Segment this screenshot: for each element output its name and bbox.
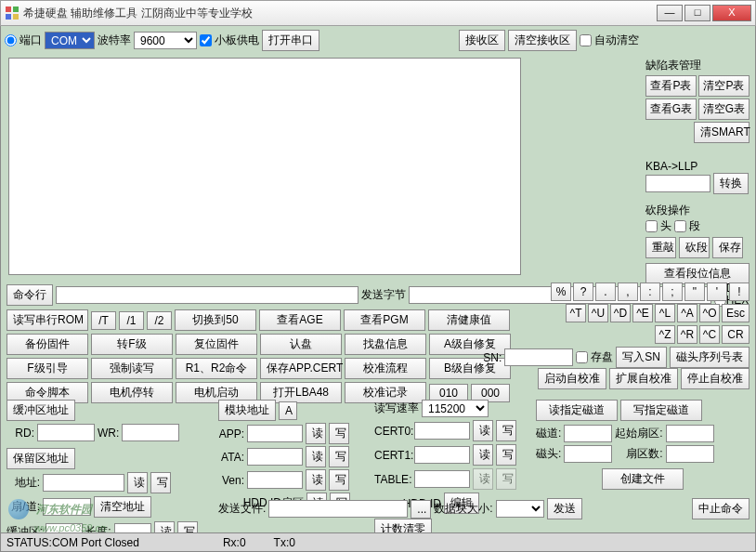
mod-title-button[interactable]: 模块地址	[218, 400, 276, 421]
rx-area-button[interactable]: 接收区	[459, 30, 505, 51]
wr-input[interactable]	[122, 424, 179, 441]
kba-input[interactable]	[645, 175, 710, 192]
ext-cal-button[interactable]: 扩展自校准	[609, 368, 678, 389]
start-cal-button[interactable]: 启动自校准	[538, 368, 606, 389]
rd-input[interactable]	[37, 424, 95, 441]
rw-rom-button[interactable]: 读写串行ROM	[7, 309, 88, 331]
ven-read[interactable]: 读	[306, 469, 326, 491]
ata-write[interactable]: 写	[329, 446, 349, 467]
addr-read[interactable]: 读	[127, 472, 148, 493]
terminal-output[interactable]	[8, 58, 521, 275]
save-cert-button[interactable]: 保存APP.CERT	[260, 358, 342, 379]
cmd-input[interactable]	[56, 286, 358, 304]
create-file-button[interactable]: 创建文件	[602, 468, 684, 490]
sym-cl[interactable]: ^L	[655, 304, 675, 322]
clear-health-button[interactable]: 清健康值	[428, 309, 510, 331]
slash2-button[interactable]: /2	[147, 311, 172, 330]
ven-write[interactable]: 写	[329, 469, 349, 491]
cert0-write[interactable]: 写	[496, 420, 516, 441]
r1r2-button[interactable]: R1、R2命令	[176, 358, 257, 379]
table-input[interactable]	[414, 470, 470, 488]
sym-dquote[interactable]: "	[684, 283, 705, 301]
t-button[interactable]: /T	[91, 311, 116, 330]
sendfile-input[interactable]	[268, 500, 408, 518]
cert1-write[interactable]: 写	[496, 444, 516, 466]
view-age-button[interactable]: 查看AGE	[259, 309, 341, 331]
cut-button[interactable]: 砍段	[679, 237, 710, 258]
app-read[interactable]: 读	[306, 423, 326, 444]
reserve-button[interactable]: 保留区地址	[7, 448, 75, 469]
sym-ct[interactable]: ^T	[566, 304, 586, 322]
sym-crlf[interactable]: CR	[722, 325, 749, 344]
view-pgm-button[interactable]: 查看PGM	[344, 309, 425, 331]
auto-clear-check[interactable]	[580, 34, 592, 46]
app-write[interactable]: 写	[329, 423, 349, 444]
ven-input[interactable]	[247, 471, 303, 489]
cut-head-check[interactable]	[645, 220, 658, 232]
minimize-button[interactable]: —	[657, 5, 683, 21]
view-g-button[interactable]: 查看G表	[645, 99, 697, 120]
save-seg-button[interactable]: 保存	[712, 237, 743, 258]
sym-excl[interactable]: !	[729, 283, 749, 301]
block-select[interactable]	[496, 500, 544, 518]
save-disk-check[interactable]	[576, 351, 588, 363]
ata-read[interactable]: 读	[306, 446, 326, 467]
redo-button[interactable]: 重敲	[645, 237, 676, 258]
sn-input[interactable]	[504, 348, 573, 366]
addr-write[interactable]: 写	[150, 472, 171, 493]
sym-co[interactable]: ^O	[699, 304, 720, 322]
stop-cal-button[interactable]: 停止自校准	[681, 368, 749, 389]
backup-fw-button[interactable]: 备份固件	[7, 334, 88, 355]
baud-select[interactable]: 9600	[134, 32, 197, 49]
send-button[interactable]: 发送	[547, 498, 582, 519]
abort-button[interactable]: 中止命令	[692, 498, 749, 519]
disk-info-button[interactable]: 找盘信息	[345, 334, 426, 355]
browse-button[interactable]: ...	[411, 500, 431, 519]
close-button[interactable]: X	[712, 5, 751, 21]
cert1-read[interactable]: 读	[473, 444, 493, 466]
mod-a-button[interactable]: A	[279, 401, 297, 420]
sym-esc[interactable]: Esc	[722, 304, 749, 322]
cmd-label-button[interactable]: 命令行	[7, 284, 53, 306]
sym-semicolon[interactable]: ;	[662, 283, 683, 301]
sym-ca[interactable]: ^A	[677, 304, 697, 322]
force-rw-button[interactable]: 强制读写	[91, 358, 173, 379]
clear-smart-button[interactable]: 清SMART	[694, 122, 749, 143]
cert0-read[interactable]: 读	[473, 420, 493, 441]
cert0-input[interactable]	[414, 422, 470, 440]
sym-colon[interactable]: :	[640, 283, 660, 301]
cal-flow-button[interactable]: 校准流程	[345, 358, 426, 379]
sym-ce[interactable]: ^E	[632, 304, 653, 322]
reset-fw-button[interactable]: 复位固件	[176, 334, 257, 355]
seccount-input[interactable]	[666, 445, 714, 463]
sym-cu[interactable]: ^U	[588, 304, 608, 322]
cert1-input[interactable]	[414, 446, 470, 464]
app-input[interactable]	[247, 425, 303, 442]
sym-comma[interactable]: ,	[618, 283, 638, 301]
read-track-button[interactable]: 读指定磁道	[536, 400, 618, 421]
open-serial-button[interactable]: 打开串口	[262, 30, 319, 51]
clear-addr-button[interactable]: 清空地址	[94, 496, 151, 518]
rate-select[interactable]: 115200	[422, 400, 489, 417]
maximize-button[interactable]: □	[684, 5, 710, 21]
switch50-button[interactable]: 切换到50	[175, 309, 256, 331]
track-input[interactable]	[564, 425, 612, 442]
sym-squote[interactable]: '	[707, 283, 727, 301]
write-track-button[interactable]: 写指定磁道	[620, 400, 702, 421]
slash1-button[interactable]: /1	[119, 311, 144, 330]
clear-p-button[interactable]: 清空P表	[698, 75, 749, 97]
sym-cr[interactable]: ^R	[677, 325, 697, 344]
sym-cd[interactable]: ^D	[610, 304, 631, 322]
to-f-button[interactable]: 转F级	[91, 334, 173, 355]
clear-g-button[interactable]: 清空G表	[698, 99, 749, 120]
startsec-input[interactable]	[666, 425, 714, 442]
head-input[interactable]	[564, 445, 612, 463]
sym-dot[interactable]: .	[595, 283, 616, 301]
write-sn-button[interactable]: 写入SN	[616, 347, 667, 368]
f-boot-button[interactable]: F级引导	[7, 358, 88, 379]
kba-convert-button[interactable]: 转换	[713, 173, 749, 194]
port-select[interactable]: COM1	[45, 32, 95, 49]
addr-input[interactable]	[43, 474, 124, 492]
detect-disk-button[interactable]: 认盘	[260, 334, 342, 355]
sym-cc[interactable]: ^C	[699, 325, 720, 344]
